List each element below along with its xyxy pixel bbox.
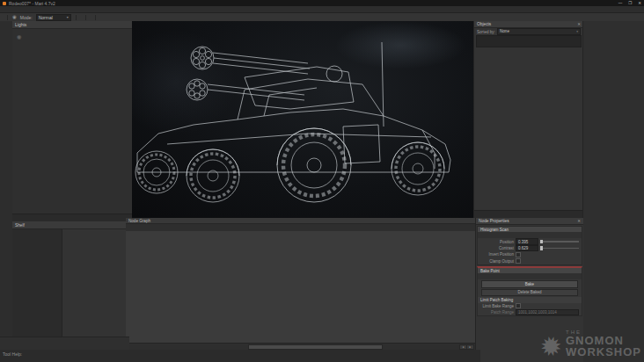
sorted-by-value: None (500, 29, 509, 33)
shelf-tree (12, 229, 62, 337)
brush-preview-icon: ◉ (12, 14, 17, 20)
mari-application-window: Rodeo007* - Mari 4.7v2 — ❐ ✕ ◉ Mode: Nor… (0, 0, 644, 362)
lights-shaders-tabs (12, 214, 132, 221)
object-properties (474, 55, 583, 210)
viewport-3d[interactable] (132, 21, 473, 218)
bake-point-properties: Bake Point Bake Delete Baked Limit Patch… (477, 266, 582, 316)
minimize-button[interactable]: — (618, 1, 623, 5)
light-icon: ✺ (17, 34, 22, 41)
node-properties-title: Node Properties (479, 219, 509, 223)
app-icon (3, 2, 6, 5)
shelf-items (62, 229, 126, 337)
position-label: Position (480, 240, 514, 244)
node-properties-palette: Node Properties ✕ Histogram Scan Positio… (475, 218, 583, 362)
clamp-output-label: Clamp Output (480, 259, 514, 264)
bake-button[interactable]: Bake (481, 280, 578, 287)
mode-label: Mode: (20, 15, 33, 20)
title-bar: Rodeo007* - Mari 4.7v2 — ❐ ✕ (0, 0, 644, 6)
objects-toolbar (474, 47, 583, 55)
position-value[interactable]: 0.395 (516, 238, 538, 244)
mode-dropdown[interactable]: Normal▾ (36, 14, 71, 21)
node-graph-title: Node Graph (126, 218, 475, 224)
toolbar-separator (7, 15, 8, 20)
close-button[interactable]: ✕ (638, 1, 641, 5)
mode-value: Normal (39, 15, 53, 20)
objects-list (476, 35, 582, 47)
bottom-toolbar (0, 337, 129, 351)
invert-position-label: Invert Position (480, 252, 514, 257)
objects-palette-title: Objects (477, 22, 491, 26)
objects-palette: Objects ✕ Sorted by: None▾ (473, 21, 583, 218)
lights-properties-area: ✺ (12, 29, 132, 214)
maximize-button[interactable]: ❐ (628, 1, 632, 5)
node-graph-canvas[interactable] (126, 231, 475, 343)
menu-bar (0, 6, 644, 13)
tool-help-label: Tool Help: (3, 351, 22, 357)
position-slider[interactable] (540, 241, 579, 243)
contrast-value[interactable]: 0.629 (516, 245, 538, 251)
lights-palette-title: Lights (12, 21, 132, 29)
sorted-by-dropdown[interactable]: None▾ (497, 28, 581, 34)
delete-baked-button[interactable]: Delete Baked (481, 289, 578, 296)
sorted-by-label: Sorted by: (477, 30, 495, 34)
patch-range-label: Patch Range (480, 310, 514, 315)
contrast-slider[interactable] (540, 248, 579, 250)
chevron-down-icon: ▾ (576, 30, 578, 33)
toolbar-separator (95, 15, 96, 20)
vehicle-wireframe-model[interactable] (132, 21, 473, 218)
tools-toolbar (0, 21, 13, 338)
chevron-down-icon: ▾ (67, 15, 69, 19)
close-icon[interactable]: ✕ (577, 219, 581, 223)
patch-range-value: 1001,1002,1003,1014 (518, 310, 557, 315)
limit-bake-range-label: Limit Bake Range (480, 304, 514, 308)
node-graph-tabs (126, 224, 475, 231)
toolbar-separator (76, 15, 77, 20)
limit-bake-range-checkbox[interactable] (516, 303, 521, 308)
shelf-palette: Shelf (12, 221, 127, 337)
close-icon[interactable]: ✕ (577, 22, 581, 26)
clamp-output-checkbox[interactable] (516, 258, 521, 264)
contrast-label: Contrast (480, 246, 514, 250)
objects-bottom-tabs (474, 210, 583, 218)
lights-palette: Lights ✺ (12, 21, 133, 221)
window-title: Rodeo007* - Mari 4.7v2 (9, 1, 55, 6)
patch-range-field[interactable]: 1001,1002,1003,1014 (516, 309, 579, 315)
node-graph-palette: Node Graph ◂ ▸ (126, 218, 475, 350)
status-bar: Tool Help: (0, 350, 480, 362)
histogram-scan-properties: Histogram Scan Position 0.395 Contrast 0… (477, 226, 582, 265)
toolbar-separator (85, 15, 86, 20)
node-graph-scrollbar[interactable]: ◂ ▸ (126, 343, 475, 350)
palette-tab-strip (582, 21, 644, 362)
shelf-title: Shelf (15, 223, 25, 228)
invert-position-checkbox[interactable] (516, 252, 521, 257)
